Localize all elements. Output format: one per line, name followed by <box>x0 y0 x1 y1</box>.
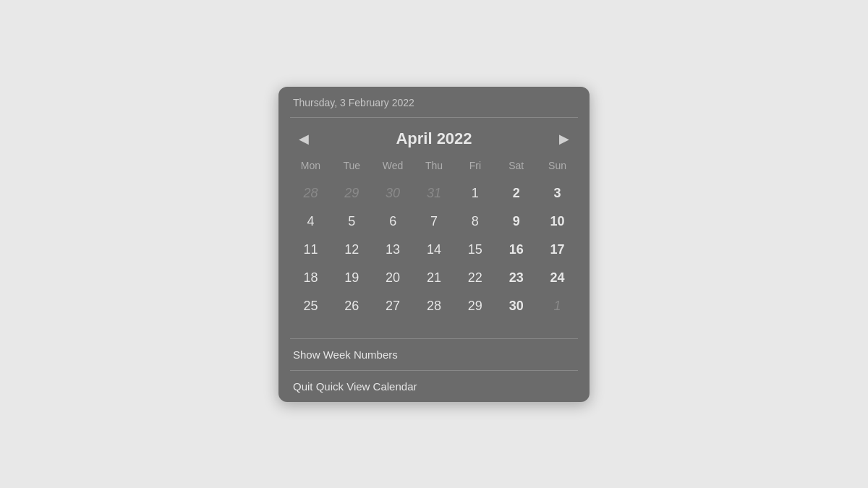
day-cell[interactable]: 17 <box>537 236 578 263</box>
day-cell[interactable]: 31 <box>414 180 455 207</box>
day-cell[interactable]: 7 <box>414 208 455 235</box>
weekday-label: Sat <box>495 157 537 177</box>
day-cell[interactable]: 12 <box>331 236 373 263</box>
day-cell[interactable]: 20 <box>373 265 414 291</box>
weekday-label: Thu <box>414 157 455 177</box>
day-cell[interactable]: 21 <box>414 265 455 291</box>
day-cell[interactable]: 4 <box>290 208 331 235</box>
weekday-label: Fri <box>454 157 495 177</box>
weekdays-row: MonTueWedThuFriSatSun <box>290 157 578 177</box>
quit-item[interactable]: Quit Quick View Calendar <box>278 371 590 402</box>
month-nav: ◀ April 2022 ▶ <box>278 118 590 157</box>
day-cell[interactable]: 15 <box>454 236 495 263</box>
calendar-widget: Thursday, 3 February 2022 ◀ April 2022 ▶… <box>278 87 590 402</box>
weekday-label: Tue <box>331 157 373 177</box>
day-cell[interactable]: 8 <box>454 208 495 235</box>
next-month-button[interactable]: ▶ <box>553 128 575 150</box>
day-cell[interactable]: 6 <box>373 208 414 235</box>
day-cell[interactable]: 26 <box>331 293 373 320</box>
day-cell[interactable]: 25 <box>290 293 331 320</box>
day-cell[interactable]: 16 <box>495 236 537 263</box>
weekday-label: Wed <box>373 157 414 177</box>
day-cell[interactable]: 5 <box>331 208 373 235</box>
day-cell[interactable]: 22 <box>454 265 495 291</box>
day-cell[interactable]: 18 <box>290 265 331 291</box>
calendar-grid: MonTueWedThuFriSatSun 282930311234567891… <box>278 157 590 327</box>
month-title: April 2022 <box>396 129 472 148</box>
show-week-numbers-item[interactable]: Show Week Numbers <box>278 339 590 370</box>
prev-month-button[interactable]: ◀ <box>293 128 315 150</box>
day-cell[interactable]: 27 <box>373 293 414 320</box>
day-cell[interactable]: 28 <box>414 293 455 320</box>
day-cell[interactable]: 11 <box>290 236 331 263</box>
day-cell[interactable]: 10 <box>537 208 578 235</box>
spacer <box>278 327 590 338</box>
day-cell[interactable]: 23 <box>495 265 537 291</box>
day-cell[interactable]: 28 <box>290 180 331 207</box>
day-cell[interactable]: 1 <box>454 180 495 207</box>
day-cell[interactable]: 3 <box>537 180 578 207</box>
day-cell[interactable]: 30 <box>373 180 414 207</box>
day-cell[interactable]: 24 <box>537 265 578 291</box>
day-cell[interactable]: 19 <box>331 265 373 291</box>
day-cell[interactable]: 2 <box>495 180 537 207</box>
weekday-label: Sun <box>537 157 578 177</box>
today-header: Thursday, 3 February 2022 <box>278 87 590 117</box>
days-grid: 2829303112345678910111213141516171819202… <box>290 180 578 320</box>
day-cell[interactable]: 1 <box>537 293 578 320</box>
weekday-label: Mon <box>290 157 331 177</box>
day-cell[interactable]: 29 <box>454 293 495 320</box>
day-cell[interactable]: 14 <box>414 236 455 263</box>
day-cell[interactable]: 13 <box>373 236 414 263</box>
day-cell[interactable]: 29 <box>331 180 373 207</box>
day-cell[interactable]: 9 <box>495 208 537 235</box>
day-cell[interactable]: 30 <box>495 293 537 320</box>
